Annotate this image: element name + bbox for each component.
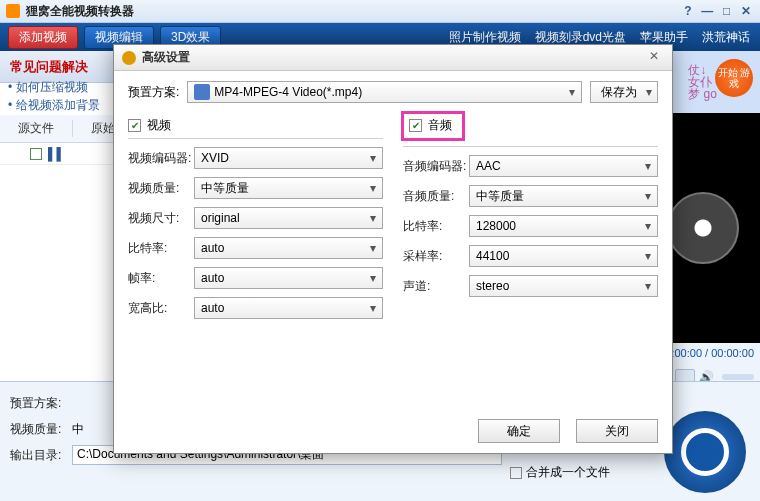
- quality-label: 视频质量:: [10, 421, 66, 438]
- preset-dropdown[interactable]: MP4-MPEG-4 Video(*.mp4): [187, 81, 582, 103]
- gear-icon: [122, 51, 136, 65]
- video-bitrate-select[interactable]: auto: [194, 237, 383, 259]
- video-column: ✔ 视频 视频编码器:XVID 视频质量:中等质量 视频尺寸:original …: [128, 113, 383, 327]
- video-quality-select[interactable]: 中等质量: [194, 177, 383, 199]
- disc-icon: [667, 192, 739, 264]
- convert-button[interactable]: [664, 411, 746, 493]
- minimize-button[interactable]: —: [699, 4, 715, 18]
- preset-value: MP4-MPEG-4 Video(*.mp4): [214, 85, 362, 99]
- faq-title: 常见问题解决: [10, 58, 88, 76]
- help-button[interactable]: ?: [680, 4, 696, 18]
- audio-sample-label: 采样率:: [403, 248, 469, 265]
- mp4-icon: [194, 84, 210, 100]
- dialog-titlebar: 高级设置 ✕: [114, 45, 672, 71]
- faq-item[interactable]: 给视频添加背景: [8, 96, 100, 114]
- dialog-title: 高级设置: [142, 49, 190, 66]
- video-size-label: 视频尺寸:: [128, 210, 194, 227]
- faq-items: 如何压缩视频 给视频添加背景: [8, 78, 100, 114]
- video-fps-select[interactable]: auto: [194, 267, 383, 289]
- row-checkbox[interactable]: [30, 148, 42, 160]
- app-icon: [6, 4, 20, 18]
- audio-encoder-select[interactable]: AAC: [469, 155, 658, 177]
- audio-quality-select[interactable]: 中等质量: [469, 185, 658, 207]
- video-checkbox[interactable]: ✔: [128, 119, 141, 132]
- ad-play-button[interactable]: 开始 游戏: [715, 59, 753, 97]
- audio-encoder-label: 音频编码器:: [403, 158, 469, 175]
- audio-header: 音频: [428, 117, 452, 134]
- output-label: 输出目录:: [10, 447, 66, 464]
- link-dvd-burn[interactable]: 视频刻录dvd光盘: [535, 29, 626, 46]
- close-button[interactable]: ✕: [738, 4, 754, 18]
- audio-bitrate-select[interactable]: 128000: [469, 215, 658, 237]
- preset-label: 预置方案:: [128, 84, 179, 101]
- maximize-button[interactable]: □: [719, 4, 735, 18]
- video-encoder-label: 视频编码器:: [128, 150, 194, 167]
- audio-bitrate-label: 比特率:: [403, 218, 469, 235]
- col-source[interactable]: 源文件: [0, 120, 73, 137]
- ok-button[interactable]: 确定: [478, 419, 560, 443]
- toolbar-links: 照片制作视频 视频刻录dvd光盘 苹果助手 洪荒神话: [449, 29, 760, 46]
- app-title: 狸窝全能视频转换器: [26, 3, 134, 20]
- add-video-button[interactable]: 添加视频: [8, 26, 78, 49]
- video-size-select[interactable]: original: [194, 207, 383, 229]
- quality-value: 中: [72, 421, 84, 438]
- merge-label: 合并成一个文件: [526, 464, 610, 481]
- video-aspect-select[interactable]: auto: [194, 297, 383, 319]
- window-controls: ? — □ ✕: [680, 4, 754, 18]
- audio-quality-label: 音频质量:: [403, 188, 469, 205]
- close-button[interactable]: 关闭: [576, 419, 658, 443]
- video-aspect-label: 宽高比:: [128, 300, 194, 317]
- video-fps-label: 帧率:: [128, 270, 194, 287]
- save-as-button[interactable]: 保存为: [590, 81, 658, 103]
- row-file-icon: ▌▌: [48, 147, 65, 161]
- audio-channel-label: 声道:: [403, 278, 469, 295]
- dialog-close-button[interactable]: ✕: [644, 49, 664, 67]
- audio-sample-select[interactable]: 44100: [469, 245, 658, 267]
- volume-slider[interactable]: [722, 374, 754, 380]
- link-game[interactable]: 洪荒神话: [702, 29, 750, 46]
- link-photo-video[interactable]: 照片制作视频: [449, 29, 521, 46]
- audio-channel-select[interactable]: stereo: [469, 275, 658, 297]
- audio-checkbox[interactable]: ✔: [409, 119, 422, 132]
- advanced-settings-dialog: 高级设置 ✕ 预置方案: MP4-MPEG-4 Video(*.mp4) 保存为…: [113, 44, 673, 454]
- video-bitrate-label: 比特率:: [128, 240, 194, 257]
- video-quality-label: 视频质量:: [128, 180, 194, 197]
- audio-column: ✔ 音频 音频编码器:AAC 音频质量:中等质量 比特率:128000 采样率:…: [403, 113, 658, 327]
- video-encoder-select[interactable]: XVID: [194, 147, 383, 169]
- link-apple[interactable]: 苹果助手: [640, 29, 688, 46]
- merge-checkbox-row[interactable]: 合并成一个文件: [510, 464, 610, 481]
- window-titlebar: 狸窝全能视频转换器 ? — □ ✕: [0, 0, 760, 23]
- ad-text: 梦 go: [688, 88, 717, 100]
- faq-item[interactable]: 如何压缩视频: [8, 78, 100, 96]
- preset-label: 预置方案:: [10, 395, 66, 412]
- video-header: 视频: [147, 117, 171, 134]
- merge-checkbox[interactable]: [510, 467, 522, 479]
